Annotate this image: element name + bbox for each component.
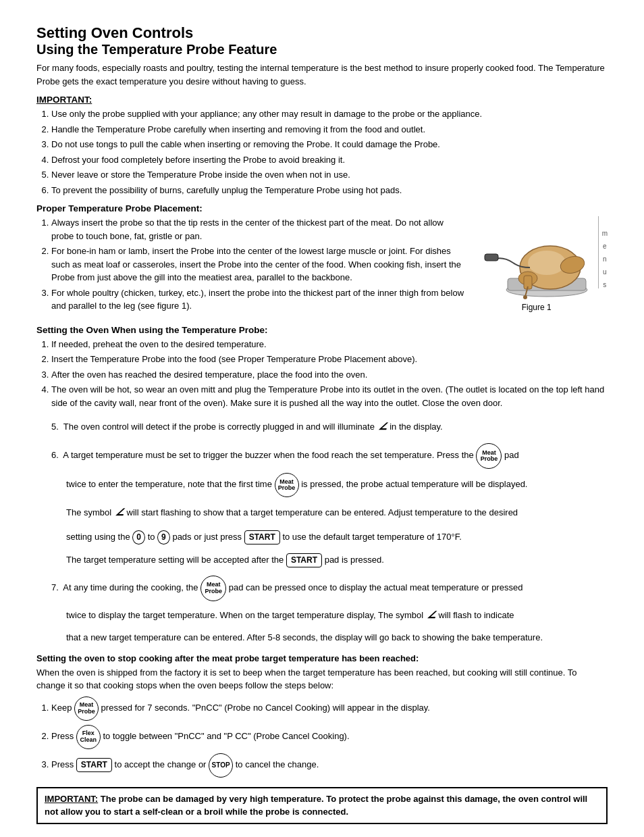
stop-item-2: Press FlexClean to toggle between "PnCC"… <box>51 725 608 749</box>
meat-probe-btn-3[interactable]: MeatProbe <box>200 576 226 601</box>
page-title-2: Using the Temperature Probe Feature <box>36 42 608 57</box>
stop-btn[interactable]: STOP <box>209 753 233 778</box>
start-btn-3[interactable]: START <box>76 758 112 772</box>
sidebar-s: s <box>603 281 606 288</box>
step5-end: in the display. <box>390 422 443 432</box>
sidebar-m: m <box>602 230 608 237</box>
meat-probe-btn-1[interactable]: MeatProbe <box>476 443 502 469</box>
sidebar-u: u <box>603 268 607 276</box>
list-item: To prevent the possibility of burns, car… <box>51 184 608 197</box>
nine-btn[interactable]: 9 <box>157 530 170 544</box>
stop-cooking-intro: When the oven is shipped from the factor… <box>36 666 608 692</box>
figure-1-image <box>479 219 594 300</box>
step6-text-f: will start flashing to show that a targe… <box>127 507 518 517</box>
step6-text-b: pad <box>504 451 519 461</box>
stop-cooking-list: Keep MeatProbe pressed for 7 seconds. "P… <box>51 696 608 778</box>
list-item: Insert the Temperature Probe into the fo… <box>51 353 608 366</box>
placement-header: Proper Temperature Probe Placement: <box>36 203 608 213</box>
list-item: Handle the Temperature Probe carefully w… <box>51 123 608 136</box>
sidebar-e: e <box>603 243 607 250</box>
step-6-cont1: twice to enter the temperature, note tha… <box>66 473 608 497</box>
meat-probe-btn-2[interactable]: MeatProbe <box>275 473 299 497</box>
placement-list: Always insert the probe so that the tip … <box>51 216 467 313</box>
page-title-1: Setting Oven Controls <box>36 24 608 42</box>
step6-text-d: is pressed, the probe actual temperature… <box>301 480 527 490</box>
setting-oven-header: Setting the Oven When using the Temperat… <box>36 325 608 335</box>
svg-point-3 <box>528 251 566 275</box>
list-item: The oven will be hot, so wear an oven mi… <box>51 383 608 409</box>
sidebar: m e n u s <box>598 216 608 288</box>
important-list: Use only the probe supplied with your ap… <box>51 107 608 197</box>
list-item: Do not use tongs to pull the cable when … <box>51 138 608 151</box>
list-item: Never leave or store the Temperature Pro… <box>51 168 608 182</box>
list-item: For bone-in ham or lamb, insert the Prob… <box>51 245 467 284</box>
important-box-text: The probe can be damaged by very high te… <box>45 794 587 817</box>
step-6-cont3: setting using the 0 to 9 pads or just pr… <box>66 529 608 546</box>
stop3-mid: to accept the change or <box>115 759 209 769</box>
step6-text-a: 6. A target temperature must be set to t… <box>51 451 474 461</box>
step7-text-e: that a new target temperature can be ent… <box>66 632 543 642</box>
step6-text-j: The target temperature setting will be a… <box>66 555 284 565</box>
stop-item-3: Press START to accept the change or STOP… <box>51 753 608 778</box>
step6-text-e: The symbol <box>66 507 111 517</box>
intro-text: For many foods, especially roasts and po… <box>36 61 608 88</box>
list-item: For whole poultry (chicken, turkey, etc.… <box>51 286 467 313</box>
step6-text-c: twice to enter the temperature, note tha… <box>66 480 272 490</box>
step-6: 6. A target temperature must be set to t… <box>51 443 608 469</box>
start-btn-2[interactable]: START <box>286 553 322 567</box>
stop3-press: Press <box>51 759 76 769</box>
step-6-cont2: The symbol ∠ will start flashing to show… <box>66 501 608 524</box>
start-btn-1[interactable]: START <box>244 530 280 544</box>
step-5: 5. The oven control will detect if the p… <box>51 416 608 438</box>
important-label: IMPORTANT: <box>36 95 608 105</box>
figure-label: Figure 1 <box>522 303 552 312</box>
step-7: 7. At any time during the cooking, the M… <box>51 576 608 601</box>
step7-text-a: 7. At any time during the cooking, the <box>51 582 198 592</box>
important-box-tag: IMPORTANT: <box>45 794 98 804</box>
step6-text-h: pads or just press <box>172 532 244 542</box>
setting-oven-list: If needed, preheat the oven to the desir… <box>51 338 608 410</box>
stop2-press: Press <box>51 731 76 741</box>
list-item: Use only the probe supplied with your ap… <box>51 107 608 121</box>
probe-symbol-3: ∠ <box>426 609 436 622</box>
figure-1-container: Figure 1 <box>479 219 594 312</box>
step6-text-g: setting using the <box>66 532 130 542</box>
list-item: If needed, preheat the oven to the desir… <box>51 338 608 351</box>
step7-text-d: will flash to indicate <box>439 609 514 619</box>
step7-text-c: twice to display the target temperature.… <box>66 609 423 619</box>
stop-item-1: Keep MeatProbe pressed for 7 seconds. "P… <box>51 696 608 721</box>
flex-clean-btn[interactable]: FlexClean <box>76 725 101 749</box>
stop1-rest: pressed for 7 seconds. "PnCC" (Probe no … <box>101 703 430 713</box>
list-item: After the oven has reached the desired t… <box>51 368 608 382</box>
list-item: Defrost your food completely before inse… <box>51 153 608 167</box>
step6-text-k: pad is pressed. <box>325 555 384 565</box>
sidebar-n: n <box>603 255 607 263</box>
svg-rect-8 <box>485 254 498 261</box>
stop2-rest: to toggle between "PnCC" and "P CC" (Pro… <box>103 731 349 741</box>
stop1-keep: Keep <box>51 703 74 713</box>
svg-point-7 <box>523 295 527 299</box>
step-7-cont1: twice to display the target temperature.… <box>66 604 608 627</box>
step7-text-b: pad can be pressed once to display the a… <box>229 582 523 592</box>
stop-cooking-header: Setting the oven to stop cooking after t… <box>36 653 608 663</box>
stop3-end: to cancel the change. <box>236 759 319 769</box>
zero-btn[interactable]: 0 <box>132 530 145 544</box>
step5-text: 5. The oven control will detect if the p… <box>51 422 375 432</box>
step-6-accept: The target temperature setting will be a… <box>66 552 608 569</box>
list-item: Always insert the probe so that the tip … <box>51 216 467 243</box>
probe-symbol-1: ∠ <box>377 420 387 434</box>
step6-to: to <box>148 532 157 542</box>
important-box: IMPORTANT: The probe can be damaged by v… <box>36 787 608 824</box>
step-7-cont2: that a new target temperature can be ent… <box>66 630 608 646</box>
meat-probe-btn-4[interactable]: MeatProbe <box>74 696 99 721</box>
probe-symbol-2: ∠ <box>114 506 124 519</box>
step6-text-i: to use the default target temperature of… <box>282 532 461 542</box>
